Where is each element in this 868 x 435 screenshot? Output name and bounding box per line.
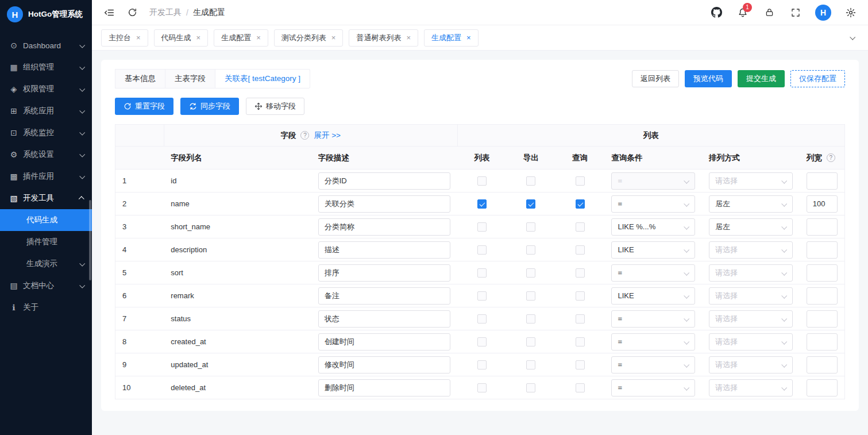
export-checkbox[interactable] [526,337,535,347]
field-desc-input[interactable] [318,333,450,351]
query-condition-select[interactable]: LIKE [611,241,695,259]
config-tab[interactable]: 关联表[ testCategory ] [215,69,310,88]
query-condition-select[interactable]: = [611,172,695,190]
column-width-input[interactable] [807,310,838,328]
column-width-input[interactable] [807,172,838,190]
list-checkbox[interactable] [477,268,487,278]
submit-generate-button[interactable]: 提交生成 [738,70,785,87]
column-width-input[interactable] [807,195,838,213]
list-checkbox[interactable] [477,176,487,186]
page-tab[interactable]: 代码生成 [154,29,209,47]
query-checkbox[interactable] [576,314,585,324]
list-checkbox[interactable] [477,291,487,301]
sidebar-item[interactable]: ▤ 文档中心 [0,275,92,297]
config-tab[interactable]: 基本信息 [115,69,165,88]
tab-close-icon[interactable] [196,34,201,41]
field-desc-input[interactable] [318,264,450,282]
column-width-input[interactable] [807,241,838,259]
export-checkbox[interactable] [526,291,535,301]
align-select[interactable]: 请选择 [709,379,793,396]
field-desc-input[interactable] [318,379,450,396]
list-checkbox[interactable] [477,360,487,369]
menu-fold-icon[interactable] [102,6,116,20]
query-checkbox[interactable] [576,383,585,392]
sync-fields-button[interactable]: 同步字段 [180,98,239,115]
align-select[interactable]: 请选择 [709,333,793,351]
list-checkbox[interactable] [477,222,487,232]
export-checkbox[interactable] [526,383,535,392]
page-tab[interactable]: 生成配置 [424,29,479,47]
query-checkbox[interactable] [576,176,585,186]
query-condition-select[interactable]: LIKE [611,287,695,305]
column-width-input[interactable] [807,264,838,282]
query-checkbox[interactable] [576,268,585,278]
query-checkbox[interactable] [576,291,585,301]
sidebar-item[interactable]: ⊙ Dashboard [0,34,92,56]
tab-close-icon[interactable] [331,34,336,41]
save-config-only-button[interactable]: 仅保存配置 [790,70,845,87]
field-desc-input[interactable] [318,218,450,236]
align-select[interactable]: 居左 [709,195,793,213]
list-checkbox[interactable] [477,383,487,392]
sidebar-item[interactable]: ▩ 插件应用 [0,165,92,187]
breadcrumb-page[interactable]: 生成配置 [193,7,225,18]
sidebar-scrollbar[interactable] [89,200,91,280]
page-tab[interactable]: 生成配置 [214,29,268,47]
settings-gear-icon[interactable] [844,6,858,20]
query-checkbox[interactable] [576,360,585,369]
field-desc-input[interactable] [318,172,450,190]
config-tab[interactable]: 主表字段 [165,69,215,88]
page-tab[interactable]: 主控台 [101,29,148,47]
align-select[interactable]: 请选择 [709,172,793,190]
export-checkbox[interactable] [526,245,535,255]
sidebar-item[interactable]: ▧ 开发工具 [0,187,92,209]
list-checkbox[interactable] [477,245,487,255]
back-to-list-button[interactable]: 返回列表 [632,70,679,87]
column-width-input[interactable] [807,379,838,396]
list-checkbox[interactable] [477,314,487,324]
notifications-bell-icon[interactable]: 1 [736,6,750,20]
sidebar-item[interactable]: ⚙ 系统设置 [0,144,92,165]
sidebar-item[interactable]: 代码生成 [0,209,92,231]
list-checkbox[interactable] [477,337,487,347]
sidebar-item[interactable]: 生成演示 [0,253,92,275]
column-width-input[interactable] [807,333,838,351]
export-checkbox[interactable] [526,199,535,209]
tab-close-icon[interactable] [256,34,261,41]
align-select[interactable]: 请选择 [709,264,793,282]
export-checkbox[interactable] [526,222,535,232]
expand-link[interactable]: 展开 >> [314,130,341,141]
align-select[interactable]: 居左 [709,218,793,236]
align-select[interactable]: 请选择 [709,310,793,328]
query-checkbox[interactable] [576,337,585,347]
page-tab[interactable]: 普通树表列表 [349,29,418,47]
align-select[interactable]: 请选择 [709,241,793,259]
tab-close-icon[interactable] [136,34,141,41]
tabs-collapse-chevron-icon[interactable] [845,31,859,45]
tab-close-icon[interactable] [466,34,471,41]
query-condition-select[interactable]: = [611,264,695,282]
move-fields-button[interactable]: 移动字段 [246,98,304,115]
query-checkbox[interactable] [576,199,585,209]
app-logo[interactable]: HotGo管理系统 [0,0,92,29]
align-select[interactable]: 请选择 [709,356,793,374]
query-condition-select[interactable]: = [611,195,695,213]
field-desc-input[interactable] [318,310,450,328]
preview-code-button[interactable]: 预览代码 [685,70,732,87]
query-condition-select[interactable]: = [611,379,695,396]
field-desc-input[interactable] [318,356,450,374]
query-condition-select[interactable]: = [611,310,695,328]
lock-icon[interactable] [762,6,776,20]
query-condition-select[interactable]: = [611,356,695,374]
help-icon[interactable] [300,131,309,140]
refresh-icon[interactable] [125,6,139,20]
fullscreen-icon[interactable] [789,6,803,20]
export-checkbox[interactable] [526,360,535,369]
query-checkbox[interactable] [576,245,585,255]
field-desc-input[interactable] [318,241,450,259]
column-width-input[interactable] [807,356,838,374]
column-width-input[interactable] [807,218,838,236]
export-checkbox[interactable] [526,268,535,278]
help-icon[interactable] [827,153,835,162]
field-desc-input[interactable] [318,287,450,305]
